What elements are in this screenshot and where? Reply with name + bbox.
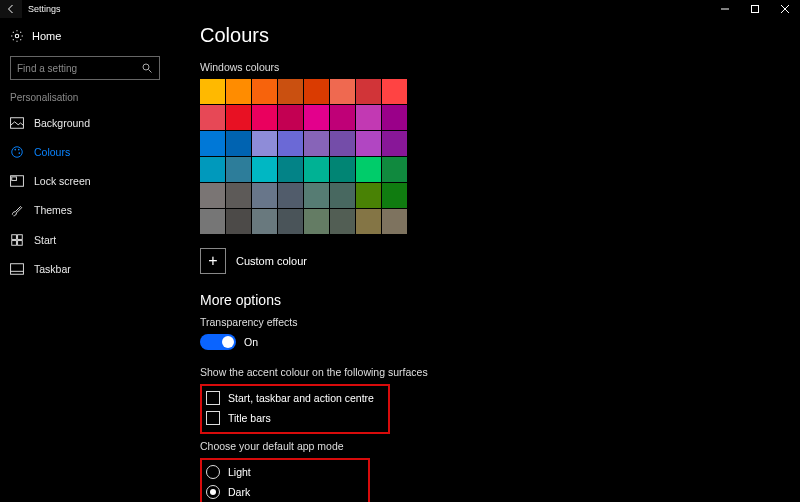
custom-colour-row[interactable]: + Custom colour xyxy=(200,248,780,274)
svg-rect-16 xyxy=(12,241,17,246)
sidebar-item-lock-screen[interactable]: Lock screen xyxy=(0,169,170,193)
sidebar-item-label: Background xyxy=(34,117,90,129)
colour-swatch[interactable] xyxy=(200,79,225,104)
colour-swatch[interactable] xyxy=(382,157,407,182)
sidebar-item-themes[interactable]: Themes xyxy=(0,197,170,223)
colour-swatch[interactable] xyxy=(278,131,303,156)
annotation-box-app-mode: Light Dark xyxy=(200,458,370,502)
sidebar-item-start[interactable]: Start xyxy=(0,227,170,253)
colour-swatch[interactable] xyxy=(304,131,329,156)
colour-swatch[interactable] xyxy=(200,157,225,182)
sidebar-home[interactable]: Home xyxy=(0,24,170,48)
colour-swatch[interactable] xyxy=(226,105,251,130)
colour-swatch[interactable] xyxy=(382,79,407,104)
sidebar-item-colours[interactable]: Colours xyxy=(0,139,170,165)
colour-swatch[interactable] xyxy=(226,209,251,234)
maximize-button[interactable] xyxy=(740,0,770,18)
colour-swatch[interactable] xyxy=(226,131,251,156)
transparency-toggle[interactable] xyxy=(200,334,236,350)
search-input[interactable] xyxy=(17,63,137,74)
colour-swatch[interactable] xyxy=(330,183,355,208)
colour-swatch[interactable] xyxy=(278,209,303,234)
sidebar-item-background[interactable]: Background xyxy=(0,111,170,135)
svg-line-6 xyxy=(149,70,152,73)
colour-swatch[interactable] xyxy=(200,131,225,156)
sidebar-section-heading: Personalisation xyxy=(0,88,170,111)
colour-swatch[interactable] xyxy=(278,79,303,104)
windows-colours-label: Windows colours xyxy=(200,61,780,73)
colour-swatch[interactable] xyxy=(304,105,329,130)
colour-swatch[interactable] xyxy=(356,79,381,104)
colour-swatch[interactable] xyxy=(356,209,381,234)
colour-swatch[interactable] xyxy=(252,105,277,130)
svg-rect-15 xyxy=(18,235,23,240)
sidebar-item-taskbar[interactable]: Taskbar xyxy=(0,257,170,281)
colour-swatch[interactable] xyxy=(278,105,303,130)
colour-swatch[interactable] xyxy=(356,157,381,182)
colour-swatch[interactable] xyxy=(330,131,355,156)
colour-swatch[interactable] xyxy=(304,157,329,182)
colour-swatch-grid xyxy=(200,79,780,234)
close-button[interactable] xyxy=(770,0,800,18)
colour-swatch[interactable] xyxy=(252,209,277,234)
colour-swatch[interactable] xyxy=(330,209,355,234)
checkbox-title-bars[interactable]: Title bars xyxy=(204,408,382,428)
colour-swatch[interactable] xyxy=(252,157,277,182)
radio-icon xyxy=(206,485,220,499)
taskbar-icon xyxy=(10,263,24,275)
checkbox-label: Start, taskbar and action centre xyxy=(228,392,374,404)
svg-rect-14 xyxy=(12,235,17,240)
colour-swatch[interactable] xyxy=(252,183,277,208)
minimize-button[interactable] xyxy=(710,0,740,18)
colour-swatch[interactable] xyxy=(356,131,381,156)
main-content: Colours Windows colours + Custom colour … xyxy=(170,18,800,502)
svg-rect-1 xyxy=(752,6,759,13)
colour-swatch[interactable] xyxy=(226,183,251,208)
sidebar-home-label: Home xyxy=(32,30,61,42)
svg-point-11 xyxy=(19,152,21,154)
lockscreen-icon xyxy=(10,175,24,187)
gear-icon xyxy=(10,29,24,43)
colour-swatch[interactable] xyxy=(200,105,225,130)
colour-swatch[interactable] xyxy=(304,183,329,208)
svg-point-9 xyxy=(14,149,16,151)
colour-swatch[interactable] xyxy=(252,79,277,104)
colour-swatch[interactable] xyxy=(382,209,407,234)
palette-icon xyxy=(10,145,24,159)
radio-label: Dark xyxy=(228,486,250,498)
colour-swatch[interactable] xyxy=(330,157,355,182)
colour-swatch[interactable] xyxy=(382,183,407,208)
colour-swatch[interactable] xyxy=(356,183,381,208)
colour-swatch[interactable] xyxy=(304,79,329,104)
transparency-state: On xyxy=(244,336,258,348)
radio-dark[interactable]: Dark xyxy=(204,482,362,502)
svg-point-5 xyxy=(143,64,149,70)
colour-swatch[interactable] xyxy=(200,183,225,208)
accent-surfaces-label: Show the accent colour on the following … xyxy=(200,366,780,378)
checkbox-icon xyxy=(206,411,220,425)
checkbox-start-taskbar[interactable]: Start, taskbar and action centre xyxy=(204,388,382,408)
window-controls xyxy=(710,0,800,18)
colour-swatch[interactable] xyxy=(226,157,251,182)
sidebar-item-label: Start xyxy=(34,234,56,246)
back-button[interactable] xyxy=(0,0,22,18)
sidebar-item-label: Lock screen xyxy=(34,175,91,187)
radio-light[interactable]: Light xyxy=(204,462,362,482)
colour-swatch[interactable] xyxy=(356,105,381,130)
search-box[interactable] xyxy=(10,56,160,80)
colour-swatch[interactable] xyxy=(382,131,407,156)
colour-swatch[interactable] xyxy=(330,105,355,130)
colour-swatch[interactable] xyxy=(382,105,407,130)
title-bar: Settings xyxy=(0,0,800,18)
colour-swatch[interactable] xyxy=(278,183,303,208)
colour-swatch[interactable] xyxy=(252,131,277,156)
sidebar: Home Personalisation Background Colours … xyxy=(0,18,170,502)
colour-swatch[interactable] xyxy=(200,209,225,234)
sidebar-item-label: Taskbar xyxy=(34,263,71,275)
colour-swatch[interactable] xyxy=(304,209,329,234)
colour-swatch[interactable] xyxy=(226,79,251,104)
svg-rect-7 xyxy=(11,118,24,129)
colour-swatch[interactable] xyxy=(330,79,355,104)
plus-icon[interactable]: + xyxy=(200,248,226,274)
colour-swatch[interactable] xyxy=(278,157,303,182)
